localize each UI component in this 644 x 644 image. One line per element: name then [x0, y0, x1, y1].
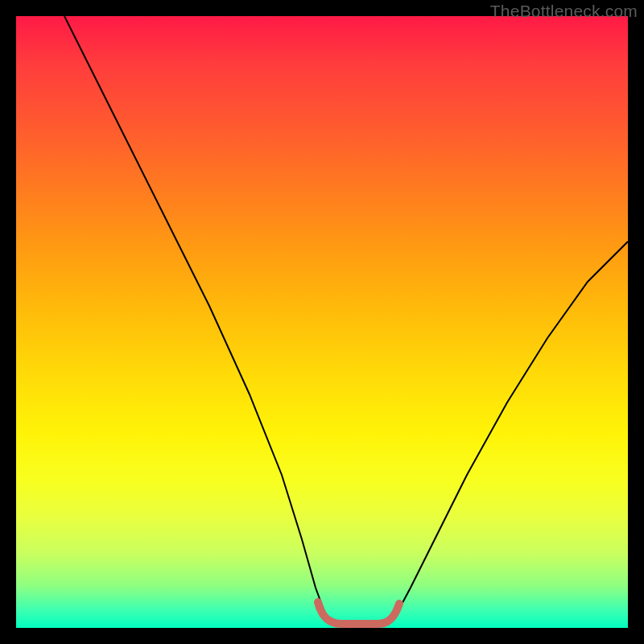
optimal-range-highlight: [318, 602, 399, 624]
watermark-text: TheBottleneck.com: [490, 2, 638, 21]
chart-frame: TheBottleneck.com: [0, 0, 644, 644]
plot-area: [16, 16, 628, 628]
bottleneck-curve: [16, 16, 628, 628]
curve-line: [64, 16, 628, 626]
